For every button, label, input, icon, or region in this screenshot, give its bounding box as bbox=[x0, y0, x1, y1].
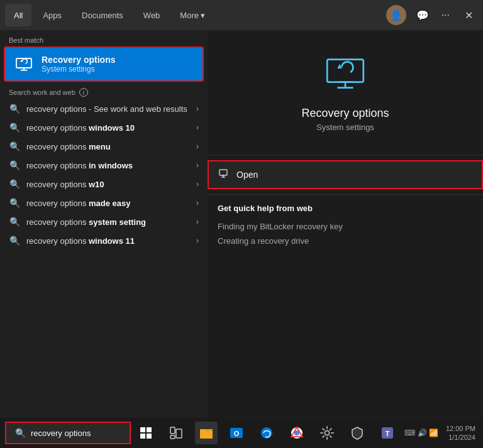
svg-rect-19 bbox=[176, 429, 182, 438]
tab-web[interactable]: Web bbox=[135, 4, 169, 26]
feedback-icon[interactable]: 💬 bbox=[414, 7, 431, 24]
taskbar-search-text: recovery options bbox=[31, 429, 91, 438]
taskbar-chrome-icon[interactable] bbox=[286, 422, 308, 444]
list-item[interactable]: 🔍 recovery options - See work and web re… bbox=[0, 99, 208, 118]
search-icon: 🔍 bbox=[9, 179, 20, 189]
taskbar-system-icons[interactable]: ⌨ 🔊 📶 bbox=[402, 429, 441, 437]
best-match-title: Recovery options bbox=[42, 55, 115, 65]
list-item[interactable]: 🔍 recovery options system setting › bbox=[0, 212, 208, 231]
app-detail: Recovery options System settings bbox=[208, 30, 483, 155]
quick-help-link-recovery-drive[interactable]: Creating a recovery drive bbox=[218, 234, 473, 248]
taskbar-edge-icon[interactable] bbox=[255, 422, 278, 444]
best-match-text: Recovery options System settings bbox=[42, 55, 115, 74]
taskbar-teams-icon[interactable]: T bbox=[376, 422, 399, 444]
tab-all[interactable]: All bbox=[5, 4, 31, 26]
taskbar-file-explorer-icon[interactable] bbox=[195, 422, 218, 444]
svg-rect-22 bbox=[200, 431, 213, 439]
close-button[interactable]: ✕ bbox=[460, 7, 478, 24]
top-nav: All Apps Documents Web More ▾ 👤 💬 ··· ✕ bbox=[0, 0, 483, 30]
taskbar-start-icon[interactable] bbox=[135, 422, 157, 444]
open-button[interactable]: Open bbox=[208, 160, 483, 189]
chevron-down-icon: ▾ bbox=[201, 11, 205, 20]
right-panel: Recovery options System settings Open Ge… bbox=[208, 30, 483, 418]
left-panel: Best match Recovery options System setti… bbox=[0, 30, 208, 418]
search-result-text: recovery options menu bbox=[26, 142, 190, 151]
divider bbox=[208, 155, 483, 155]
svg-rect-16 bbox=[140, 434, 145, 439]
avatar[interactable]: 👤 bbox=[386, 5, 406, 25]
chevron-right-icon: › bbox=[196, 142, 199, 151]
taskbar-security-icon[interactable] bbox=[346, 422, 369, 444]
list-item[interactable]: 🔍 recovery options menu › bbox=[0, 137, 208, 156]
tab-more[interactable]: More ▾ bbox=[171, 4, 214, 26]
quick-help-section: Get quick help from web Finding my BitLo… bbox=[208, 195, 483, 248]
app-detail-subtitle: System settings bbox=[316, 123, 374, 132]
best-match-subtitle: System settings bbox=[42, 65, 115, 74]
app-detail-icon bbox=[320, 49, 370, 99]
chevron-right-icon: › bbox=[196, 199, 199, 207]
chevron-right-icon: › bbox=[196, 217, 199, 226]
svg-rect-14 bbox=[140, 427, 145, 432]
search-result-text: recovery options w10 bbox=[26, 180, 190, 189]
svg-point-29 bbox=[325, 431, 329, 435]
svg-rect-20 bbox=[170, 435, 175, 439]
open-icon bbox=[219, 168, 230, 182]
recovery-options-icon bbox=[13, 53, 35, 75]
taskbar-settings-icon[interactable] bbox=[316, 422, 338, 444]
svg-rect-18 bbox=[170, 427, 175, 434]
tab-apps[interactable]: Apps bbox=[34, 4, 70, 26]
svg-rect-17 bbox=[147, 434, 152, 439]
search-icon: 🔍 bbox=[9, 236, 20, 246]
svg-rect-10 bbox=[219, 170, 227, 175]
search-result-text: recovery options - See work and web resu… bbox=[26, 104, 190, 114]
search-result-text: recovery options system setting bbox=[26, 217, 190, 227]
open-button-label: Open bbox=[236, 170, 258, 180]
taskbar-outlook-icon[interactable]: O bbox=[225, 422, 248, 444]
list-item[interactable]: 🔍 recovery options in windows › bbox=[0, 156, 208, 175]
taskbar-search-box[interactable]: 🔍 recovery options bbox=[5, 422, 131, 444]
svg-text:T: T bbox=[385, 430, 389, 437]
svg-text:O: O bbox=[233, 430, 239, 437]
taskbar-search-icon: 🔍 bbox=[15, 428, 26, 438]
list-item[interactable]: 🔍 recovery options made easy › bbox=[0, 194, 208, 212]
search-icon: 🔍 bbox=[9, 198, 20, 208]
tab-documents[interactable]: Documents bbox=[73, 4, 132, 26]
nav-right-actions: 👤 💬 ··· ✕ bbox=[386, 5, 478, 25]
search-icon: 🔍 bbox=[9, 123, 20, 133]
search-icon: 🔍 bbox=[9, 141, 20, 151]
taskbar: 🔍 recovery options bbox=[0, 418, 483, 448]
chevron-right-icon: › bbox=[196, 123, 199, 132]
chevron-right-icon: › bbox=[196, 180, 199, 188]
list-item[interactable]: 🔍 recovery options w10 › bbox=[0, 175, 208, 194]
taskbar-task-view-icon[interactable] bbox=[165, 422, 187, 444]
search-result-text: recovery options windows 11 bbox=[26, 236, 190, 246]
list-item[interactable]: 🔍 recovery options windows 10 › bbox=[0, 118, 208, 137]
app-detail-title: Recovery options bbox=[301, 107, 389, 120]
best-match-item[interactable]: Recovery options System settings bbox=[4, 46, 204, 82]
search-result-text: recovery options in windows bbox=[26, 161, 190, 170]
section-label-search-web: Search work and web i bbox=[0, 82, 208, 99]
svg-rect-23 bbox=[200, 429, 205, 432]
info-icon[interactable]: i bbox=[79, 88, 88, 97]
taskbar-right: ⌨ 🔊 📶 12:00 PM 1/1/2024 bbox=[402, 424, 483, 442]
svg-rect-0 bbox=[16, 58, 31, 68]
search-icon: 🔍 bbox=[9, 217, 20, 227]
quick-help-title: Get quick help from web bbox=[218, 204, 473, 213]
search-icon: 🔍 bbox=[9, 104, 20, 114]
chevron-right-icon: › bbox=[196, 104, 199, 113]
search-result-text: recovery options made easy bbox=[26, 199, 190, 208]
main-layout: Best match Recovery options System setti… bbox=[0, 30, 483, 418]
list-item[interactable]: 🔍 recovery options windows 11 › bbox=[0, 231, 208, 250]
chevron-right-icon: › bbox=[196, 236, 199, 245]
search-icon: 🔍 bbox=[9, 160, 20, 170]
svg-rect-15 bbox=[147, 427, 152, 432]
taskbar-clock: 12:00 PM 1/1/2024 bbox=[443, 424, 478, 442]
search-results-list: 🔍 recovery options - See work and web re… bbox=[0, 99, 208, 250]
quick-help-link-bitlocker[interactable]: Finding my BitLocker recovery key bbox=[218, 219, 473, 234]
best-match-label: Best match bbox=[0, 30, 208, 46]
chevron-right-icon: › bbox=[196, 161, 199, 170]
more-options-icon[interactable]: ··· bbox=[439, 7, 452, 23]
taskbar-center: O bbox=[131, 422, 402, 444]
search-result-text: recovery options windows 10 bbox=[26, 123, 190, 133]
